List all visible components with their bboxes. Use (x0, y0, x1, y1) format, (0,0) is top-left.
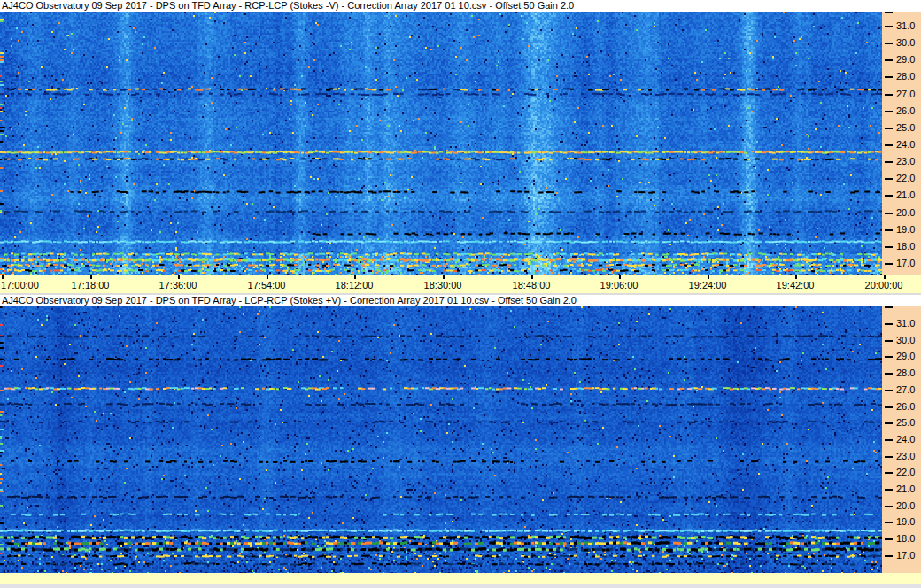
freq-tick (885, 76, 893, 78)
footer-strip (0, 584, 921, 588)
freq-tick (885, 555, 893, 557)
freq-tick-label: 29.0 (896, 351, 921, 362)
time-tick (531, 275, 533, 279)
freq-tick-label: 22.0 (896, 173, 921, 184)
time-tick (178, 275, 180, 279)
time-tick (267, 275, 268, 279)
freq-tick (885, 246, 893, 248)
time-tick (619, 275, 621, 279)
freq-tick (885, 26, 893, 27)
spectrogram-canvas-2 (0, 306, 882, 573)
freq-tick (885, 94, 893, 96)
freq-tick (885, 522, 893, 523)
freq-tick (885, 306, 893, 308)
freq-tick (885, 456, 893, 458)
time-tick-label: 19:24:00 (689, 280, 727, 290)
time-tick-label: 17:54:00 (248, 280, 286, 290)
freq-tick (885, 229, 893, 231)
freq-tick-label: 23.0 (896, 451, 921, 462)
freq-tick (885, 422, 893, 424)
freq-tick (885, 59, 893, 61)
freq-tick (885, 178, 893, 180)
freq-tick-label: 28.0 (896, 368, 921, 379)
freq-tick (885, 472, 893, 474)
freq-tick-label: 27.0 (896, 384, 921, 396)
panel-1-spectrogram-row: 31.030.029.028.027.026.025.024.023.022.0… (0, 12, 921, 275)
freq-tick (885, 323, 893, 325)
freq-tick-label: 18.0 (896, 533, 921, 545)
freq-tick (885, 213, 893, 214)
panel-1-title: AJ4CO Observatory 09 Sep 2017 - DPS on T… (0, 0, 921, 12)
time-tick-label: 17:18:00 (72, 280, 110, 290)
time-axis-1: 17:00:0017:18:0017:36:0017:54:0018:12:00… (0, 275, 921, 293)
time-tick-label: 19:06:00 (600, 280, 639, 290)
freq-tick (885, 111, 893, 112)
freq-tick (885, 340, 893, 342)
freq-tick (885, 43, 893, 44)
time-tick-label: 17:00:00 (1, 280, 39, 290)
time-tick (443, 275, 445, 279)
freq-tick-label: 22.0 (896, 467, 921, 478)
freq-tick-label: 29.0 (896, 54, 921, 66)
frequency-axis-2: 31.030.029.028.027.026.025.024.023.022.0… (882, 306, 921, 573)
freq-tick (885, 406, 893, 408)
freq-tick (885, 489, 893, 491)
freq-tick (885, 195, 893, 197)
time-axis-2 (0, 573, 921, 584)
panel-2-spectrogram-row: 31.030.029.028.027.026.025.024.023.022.0… (0, 306, 921, 573)
freq-tick-label: 18.0 (896, 241, 921, 252)
freq-tick-label: 24.0 (896, 139, 921, 151)
time-tick (795, 275, 797, 279)
freq-tick-label: 21.0 (896, 190, 921, 201)
freq-tick-label: 30.0 (896, 37, 921, 49)
freq-tick (885, 356, 893, 358)
freq-tick (885, 373, 893, 375)
freq-tick-label: 26.0 (896, 401, 921, 413)
time-tick-label: 20:00:00 (865, 280, 903, 290)
freq-tick-label: 25.0 (896, 417, 921, 429)
time-tick-label: 19:42:00 (777, 280, 815, 290)
freq-tick-label: 23.0 (896, 156, 921, 167)
freq-tick-label: 25.0 (896, 122, 921, 134)
freq-tick-label: 17.0 (896, 258, 921, 269)
freq-tick (885, 506, 893, 507)
time-tick (708, 275, 709, 279)
panel-2-title: AJ4CO Observatory 09 Sep 2017 - DPS on T… (0, 295, 921, 306)
freq-tick (885, 390, 893, 391)
time-tick-label: 17:36:00 (159, 280, 197, 290)
freq-tick (885, 12, 893, 13)
freq-tick (885, 161, 893, 163)
freq-tick-label: 28.0 (896, 71, 921, 82)
time-tick-label: 18:48:00 (513, 280, 551, 290)
freq-tick-label: 31.0 (896, 318, 921, 329)
frequency-axis-1: 31.030.029.028.027.026.025.024.023.022.0… (882, 12, 921, 275)
freq-tick-label: 24.0 (896, 434, 921, 445)
freq-tick-label: 27.0 (896, 89, 921, 100)
freq-tick (885, 538, 893, 540)
spectrogram-canvas-1 (0, 12, 882, 275)
freq-tick-label: 17.0 (896, 550, 921, 561)
freq-tick-label: 26.0 (896, 105, 921, 117)
freq-tick (885, 128, 893, 129)
freq-tick-label: 31.0 (896, 20, 921, 32)
freq-tick-label: 19.0 (896, 516, 921, 528)
freq-tick-label: 21.0 (896, 484, 921, 495)
freq-tick-label: 20.0 (896, 207, 921, 219)
freq-tick-label: 19.0 (896, 224, 921, 236)
freq-tick (885, 263, 893, 265)
time-tick (884, 275, 886, 279)
time-tick-label: 18:30:00 (424, 280, 462, 290)
freq-tick-label: 20.0 (896, 500, 921, 512)
freq-tick-label: 30.0 (896, 335, 921, 346)
time-tick (354, 275, 356, 279)
freq-tick (885, 144, 893, 146)
time-tick (90, 275, 92, 279)
time-tick-label: 18:12:00 (336, 280, 374, 290)
freq-tick (885, 439, 893, 441)
time-tick (2, 275, 4, 279)
